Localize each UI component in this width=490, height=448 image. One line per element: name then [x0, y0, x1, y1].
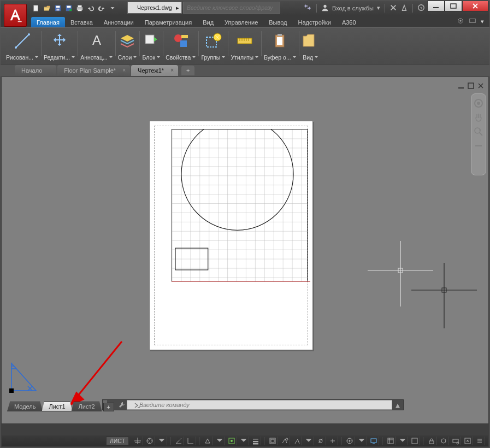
qat-save[interactable]	[53, 3, 63, 13]
svg-line-91	[176, 438, 181, 444]
ribbon-tab-home[interactable]: Главная	[31, 17, 65, 27]
status-osnap-icon[interactable]	[226, 437, 237, 445]
status-monitor-icon[interactable]	[368, 437, 379, 445]
minimize-button[interactable]	[427, 1, 445, 11]
layout-viewport[interactable]	[172, 129, 308, 282]
status-dropdown-1[interactable]	[156, 437, 167, 445]
cmd-customize-icon[interactable]	[117, 401, 127, 409]
zoom-icon[interactable]	[474, 127, 483, 137]
qat-saveas[interactable]	[64, 3, 74, 13]
ribbon-tab-insert[interactable]: Вставка	[65, 17, 98, 27]
status-isodraft-icon[interactable]	[202, 437, 213, 445]
status-dropdown-6[interactable]	[397, 437, 408, 445]
command-line[interactable]: ✕ ▴	[102, 399, 404, 410]
infocenter-search[interactable]	[183, 2, 280, 14]
qat-plot[interactable]	[75, 3, 85, 13]
help-icon[interactable]: ?	[417, 4, 425, 13]
panel-draw[interactable]: Рисован...	[4, 29, 41, 65]
status-cleanscreen-icon[interactable]	[462, 437, 473, 445]
status-dropdown-4[interactable]	[303, 437, 314, 445]
svg-rect-3	[56, 8, 59, 10]
layout-tab-sheet1[interactable]: Лист1	[42, 402, 72, 411]
qat-open[interactable]	[42, 3, 52, 13]
qat-new[interactable]	[31, 3, 41, 13]
file-tab-floorplan[interactable]: Floor Plan Sample*×	[57, 65, 130, 76]
ribbon-tab-output[interactable]: Вывод	[263, 17, 292, 27]
panel-groups[interactable]: Группы	[199, 29, 228, 65]
status-vpmax-icon[interactable]	[267, 437, 278, 445]
ribbon-tab-annotate[interactable]: Аннотации	[98, 17, 139, 27]
close-icon[interactable]: ×	[122, 67, 126, 73]
layout-tab-sheet2[interactable]: Лист2	[72, 402, 102, 411]
command-input[interactable]	[127, 400, 392, 410]
pan-icon[interactable]	[474, 113, 483, 122]
file-tab-start[interactable]: Начало	[15, 65, 56, 76]
ribbon-tab-addins[interactable]: Надстройки	[293, 17, 336, 27]
close-icon[interactable]: ×	[170, 67, 174, 73]
layout-tab-model[interactable]: Модель	[7, 402, 43, 411]
status-grid-icon[interactable]	[132, 437, 143, 445]
panel-annotation[interactable]: A Аннотац...	[78, 29, 115, 65]
search-icon[interactable]	[303, 3, 312, 13]
featured-apps-icon[interactable]	[457, 17, 464, 26]
ribbon-tab-view[interactable]: Вид	[197, 17, 219, 27]
panel-layers[interactable]: Слои	[116, 29, 140, 65]
vp-close-icon[interactable]	[477, 81, 484, 91]
close-button[interactable]	[462, 1, 488, 11]
status-annoscale-icon[interactable]	[279, 437, 290, 445]
drawing-canvas[interactable]: ✕ ▴ Модель Лист1 Лист2 +	[2, 77, 488, 423]
panel-modify[interactable]: Редакти...	[42, 29, 78, 65]
status-isolate-icon[interactable]	[438, 437, 449, 445]
file-tab-add[interactable]: +	[181, 66, 194, 75]
status-ortho-icon[interactable]	[185, 437, 196, 445]
cmd-history-icon[interactable]: ▴	[392, 400, 403, 410]
ribbon-tab-a360[interactable]: A360	[336, 17, 362, 27]
panel-properties[interactable]: Свойства	[163, 29, 198, 65]
a360-icon[interactable]	[400, 4, 408, 13]
app-menu-button[interactable]	[4, 4, 27, 27]
status-lwt-icon[interactable]	[250, 437, 261, 445]
panel-block[interactable]: Блок	[140, 29, 163, 65]
document-title[interactable]: Чертеж1.dwg ▸	[127, 2, 182, 14]
qat-dropdown[interactable]	[108, 3, 117, 13]
svg-rect-35	[277, 37, 282, 45]
clipboard-icon	[271, 32, 290, 50]
sign-in-link[interactable]: Вход в службы	[332, 5, 374, 11]
ribbon-minimize-icon[interactable]	[469, 17, 476, 26]
status-units-icon[interactable]	[385, 437, 396, 445]
search-input[interactable]	[184, 2, 280, 13]
status-lock-icon[interactable]	[426, 437, 437, 445]
status-customize-icon[interactable]	[474, 437, 485, 445]
sign-in-dropdown-icon[interactable]: ▾	[377, 4, 380, 11]
ribbon-dropdown-icon[interactable]: ▾	[481, 18, 484, 25]
wheel-icon[interactable]	[474, 98, 483, 108]
status-autoscale-icon[interactable]	[327, 437, 338, 445]
file-tab-drawing1[interactable]: Чертеж1*×	[131, 65, 178, 76]
status-scale-icon[interactable]	[291, 437, 302, 445]
layout-tab-add[interactable]: +	[103, 403, 114, 411]
status-annovis-icon[interactable]	[315, 437, 326, 445]
status-polar-icon[interactable]	[173, 437, 184, 445]
vp-maximize-icon[interactable]	[468, 81, 474, 91]
ribbon-tab-manage[interactable]: Управление	[219, 17, 263, 27]
status-space-label[interactable]: ЛИСТ	[106, 437, 129, 445]
status-dropdown-3[interactable]	[238, 437, 249, 445]
status-dropdown-5[interactable]	[356, 437, 367, 445]
vp-minimize-icon[interactable]	[458, 81, 464, 91]
panel-utilities[interactable]: Утилиты	[228, 29, 261, 65]
status-hwaccel-icon[interactable]	[450, 437, 461, 445]
status-qp-icon[interactable]	[409, 437, 420, 445]
maximize-button[interactable]	[445, 1, 462, 11]
status-ws-icon[interactable]	[344, 437, 355, 445]
ribbon-tab-parametric[interactable]: Параметризация	[139, 17, 197, 27]
panel-view[interactable]: Вид	[299, 29, 322, 65]
nav-dropdown-icon[interactable]	[474, 141, 483, 151]
qat-redo[interactable]	[97, 3, 107, 13]
panel-clipboard[interactable]: Буфер о...	[262, 29, 299, 65]
navigation-bar[interactable]	[471, 93, 486, 175]
exchange-icon[interactable]	[389, 4, 397, 13]
status-snap-icon[interactable]	[144, 437, 155, 445]
svg-point-75	[181, 129, 293, 230]
qat-undo[interactable]	[86, 3, 96, 13]
status-dropdown-2[interactable]	[214, 437, 225, 445]
